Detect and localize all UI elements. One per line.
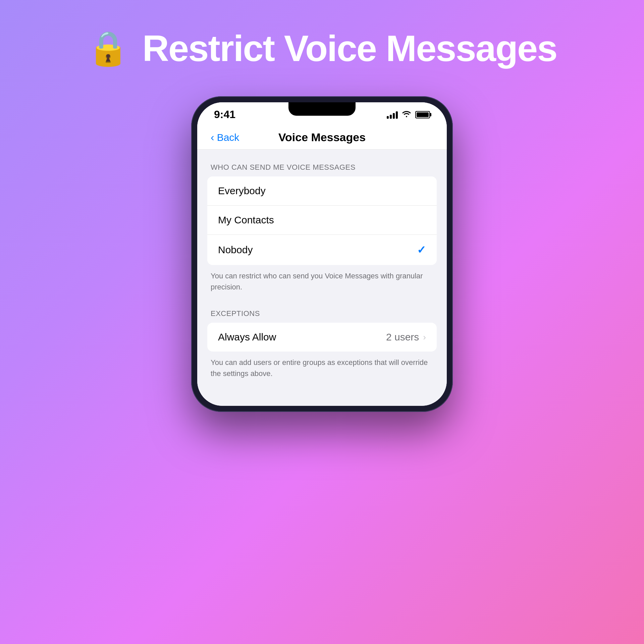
option-everybody[interactable]: Everybody <box>207 176 437 206</box>
status-icons <box>387 110 430 119</box>
page-title: Restrict Voice Messages <box>143 27 557 69</box>
selected-checkmark-icon: ✓ <box>417 244 426 256</box>
who-section-footer: You can restrict who can send you Voice … <box>197 265 447 306</box>
battery-icon <box>415 111 430 118</box>
signal-icon <box>387 111 398 119</box>
wifi-icon <box>402 110 411 119</box>
always-allow-item[interactable]: Always Allow 2 users › <box>207 323 437 352</box>
back-chevron-icon: ‹ <box>211 131 214 144</box>
chevron-right-icon: › <box>423 332 426 342</box>
back-button[interactable]: ‹ Back <box>211 131 239 144</box>
notch <box>288 102 356 116</box>
always-allow-label: Always Allow <box>218 331 276 343</box>
exceptions-list: Always Allow 2 users › <box>207 323 437 352</box>
exceptions-section-footer: You can add users or entire groups as ex… <box>197 352 447 392</box>
status-bar: 9:41 <box>197 102 447 124</box>
always-allow-count: 2 users <box>386 331 419 343</box>
screen-content: WHO CAN SEND ME VOICE MESSAGES Everybody… <box>197 150 447 406</box>
screen-title: Voice Messages <box>278 131 366 144</box>
phone-device: 9:41 ‹ Bac <box>191 96 453 412</box>
back-label[interactable]: Back <box>217 132 239 143</box>
who-section-label: WHO CAN SEND ME VOICE MESSAGES <box>197 163 447 176</box>
my-contacts-label: My Contacts <box>218 214 274 226</box>
option-nobody[interactable]: Nobody ✓ <box>207 235 437 265</box>
nobody-label: Nobody <box>218 244 253 256</box>
exceptions-section: EXCEPTIONS Always Allow 2 users › You ca… <box>197 309 447 392</box>
everybody-label: Everybody <box>218 185 266 197</box>
who-section: WHO CAN SEND ME VOICE MESSAGES Everybody… <box>197 163 447 306</box>
exceptions-section-label: EXCEPTIONS <box>197 309 447 323</box>
status-time: 9:41 <box>214 108 235 121</box>
who-options-list: Everybody My Contacts Nobody ✓ <box>207 176 437 265</box>
phone-screen: 9:41 ‹ Bac <box>197 102 447 406</box>
always-allow-value-group: 2 users › <box>386 331 426 343</box>
lock-icon: 🔒 <box>87 29 129 68</box>
page-header: 🔒 Restrict Voice Messages <box>87 27 557 69</box>
nav-bar: ‹ Back Voice Messages <box>197 124 447 150</box>
option-my-contacts[interactable]: My Contacts <box>207 206 437 235</box>
